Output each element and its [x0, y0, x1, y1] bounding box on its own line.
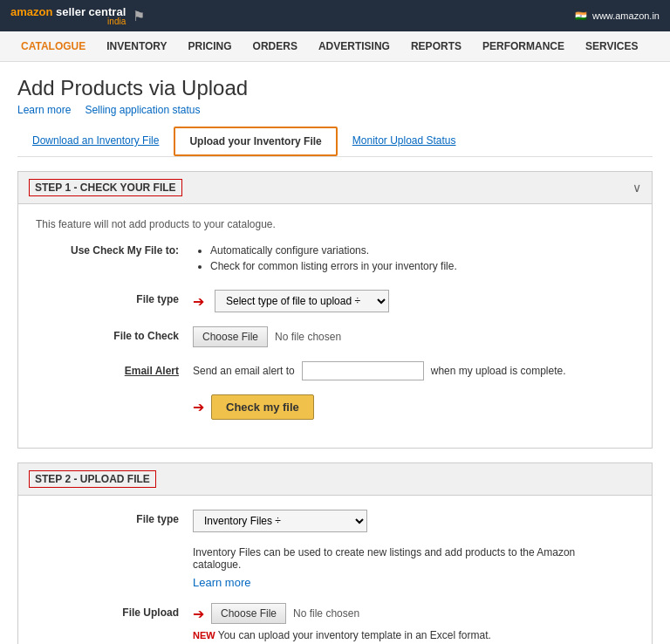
step1-file-check-content: Choose File No file chosen	[193, 326, 341, 347]
step1-section: STEP 1 - CHECK YOUR FILE ∨ This feature …	[17, 171, 653, 449]
step1-chevron[interactable]: ∨	[632, 181, 641, 195]
step2-new-notice: NEW You can upload your inventory templa…	[193, 629, 491, 641]
step2-inv-description-text: Inventory Files can be used to create ne…	[193, 546, 594, 571]
nav-advertising[interactable]: ADVERTISING	[308, 31, 400, 61]
nav-performance[interactable]: PERFORMANCE	[472, 31, 575, 61]
check-my-file-btn[interactable]: Check my file	[211, 394, 314, 420]
amazon-logo: amazon seller central india	[10, 5, 126, 26]
page-content: Add Products via Upload Learn more Selli…	[0, 62, 670, 644]
step2-title: STEP 2 - UPLOAD FILE	[29, 470, 156, 488]
use-check-item-2: Check for common listing errors in your …	[210, 260, 457, 272]
tab-upload[interactable]: Upload your Inventory File	[174, 127, 337, 156]
use-check-item-1: Automatically configure variations.	[210, 244, 457, 257]
nav-services[interactable]: SERVICES	[575, 31, 648, 61]
step1-body: This feature will not add products to yo…	[18, 204, 652, 448]
nav-bar: CATALOGUE INVENTORY PRICING ORDERS ADVER…	[0, 31, 670, 62]
step1-email-label: Email Alert	[36, 361, 193, 377]
tabs: Download an Inventory File Upload your I…	[17, 127, 653, 157]
website-url: www.amazon.in	[592, 10, 660, 21]
page-title: Add Products via Upload	[17, 76, 653, 100]
step2-file-type-select[interactable]: Inventory Files ÷	[193, 510, 367, 532]
step2-file-upload-content: ➔ Choose File No file chosen NEW You can…	[193, 603, 491, 641]
step2-file-type-label: File type	[36, 510, 193, 525]
step2-new-text: You can upload your inventory template i…	[218, 629, 491, 641]
step2-inv-desc-row: Inventory Files can be used to create ne…	[36, 546, 634, 589]
step1-header: STEP 1 - CHECK YOUR FILE ∨	[18, 172, 652, 204]
page-title-links: Learn more Selling application status	[17, 104, 653, 116]
use-check-list: Automatically configure variations. Chec…	[193, 244, 457, 276]
step1-email-content: Send an email alert to when my upload is…	[193, 361, 566, 380]
step1-email-input[interactable]	[302, 361, 424, 380]
arrow-icon-1: ➔	[193, 293, 204, 310]
arrow-icon-2: ➔	[193, 399, 204, 415]
step1-check-btn-spacer	[36, 394, 193, 398]
selling-app-link[interactable]: Selling application status	[85, 104, 200, 116]
step1-file-type-select[interactable]: Select type of file to upload ÷	[215, 290, 389, 312]
tab-download[interactable]: Download an Inventory File	[17, 127, 174, 156]
use-check-label: Use Check My File to:	[36, 244, 193, 257]
tab-monitor[interactable]: Monitor Upload Status	[338, 127, 471, 156]
nav-reports[interactable]: REPORTS	[400, 31, 472, 61]
step1-file-check-row: File to Check Choose File No file chosen	[36, 326, 634, 347]
step2-no-file-text: No file chosen	[293, 607, 359, 620]
nav-inventory[interactable]: INVENTORY	[96, 31, 177, 61]
step2-header: STEP 2 - UPLOAD FILE	[18, 463, 652, 496]
nav-orders[interactable]: ORDERS	[243, 31, 308, 61]
step1-file-type-row: File type ➔ Select type of file to uploa…	[36, 290, 634, 312]
step2-file-type-content: Inventory Files ÷	[193, 510, 367, 532]
top-bar: amazon seller central india ⚑ 🇮🇳 www.ama…	[0, 0, 670, 31]
india-flag-icon: 🇮🇳	[575, 10, 587, 22]
step2-choose-file-row: ➔ Choose File No file chosen	[193, 603, 491, 624]
step1-choose-file-btn[interactable]: Choose File	[193, 326, 268, 347]
step2-inv-desc: Inventory Files can be used to create ne…	[193, 546, 594, 589]
nav-catalogue[interactable]: CATALOGUE	[10, 31, 96, 61]
use-check-section: Use Check My File to: Automatically conf…	[36, 244, 634, 276]
step1-file-type-label: File type	[36, 290, 193, 305]
step2-body: File type Inventory Files ÷ Inventory Fi…	[18, 496, 652, 644]
step2-file-type-row: File type Inventory Files ÷	[36, 510, 634, 532]
new-badge: NEW	[193, 630, 215, 641]
step1-email-complete-text: when my upload is complete.	[431, 365, 566, 377]
step2-file-upload-label: File Upload	[36, 603, 193, 619]
top-bar-right: 🇮🇳 www.amazon.in	[575, 10, 660, 22]
step1-description: This feature will not add products to yo…	[36, 218, 634, 230]
top-bar-left: amazon seller central india ⚑	[10, 5, 145, 26]
step1-no-file-text: No file chosen	[275, 331, 341, 343]
step1-check-btn-row: ➔ Check my file	[36, 394, 634, 420]
learn-more-link[interactable]: Learn more	[17, 104, 71, 116]
step2-file-upload-row: File Upload ➔ Choose File No file chosen…	[36, 603, 634, 641]
step1-title: STEP 1 - CHECK YOUR FILE	[29, 179, 182, 196]
arrow-icon-3: ➔	[193, 606, 204, 622]
step1-file-type-content: ➔ Select type of file to upload ÷	[193, 290, 389, 312]
nav-pricing[interactable]: PRICING	[178, 31, 243, 61]
step1-email-row: Email Alert Send an email alert to when …	[36, 361, 634, 380]
step2-section: STEP 2 - UPLOAD FILE File type Inventory…	[17, 462, 653, 644]
step1-email-send-text: Send an email alert to	[193, 365, 295, 377]
step1-file-check-label: File to Check	[36, 326, 193, 342]
step2-choose-file-btn[interactable]: Choose File	[211, 603, 286, 624]
flag-icon: ⚑	[133, 8, 145, 24]
step2-learn-more-link[interactable]: Learn more	[193, 576, 250, 589]
step1-check-btn-content: ➔ Check my file	[193, 394, 314, 420]
step1-email-label-text: Email Alert	[125, 365, 179, 377]
step2-inv-spacer	[36, 546, 193, 550]
